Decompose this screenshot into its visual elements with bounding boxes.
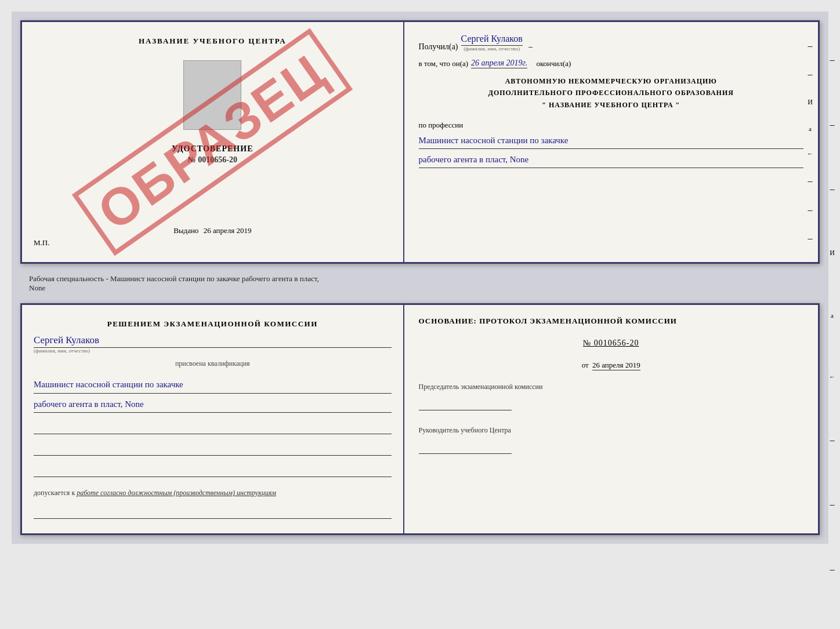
assigned-label: присвоена квалификация	[34, 359, 392, 368]
date-from-prefix: от	[582, 361, 589, 369]
mp-label: М.П.	[34, 238, 49, 248]
name-subtitle-bottom: (фамилия, имя, отчество)	[34, 348, 392, 354]
issued-label: Выдано	[173, 226, 198, 235]
bottom-right-dashes: – – – И а ← – – –	[829, 0, 835, 629]
basis-title: Основание: протокол экзаменационной коми…	[419, 317, 803, 326]
cert-number: № 0010656-20	[172, 155, 253, 165]
cert-left-panel: НАЗВАНИЕ УЧЕБНОГО ЦЕНТРА УДОСТОВЕРЕНИЕ №…	[22, 22, 404, 262]
underline-4	[34, 506, 392, 519]
qualification-block: Машинист насосной станции по закачке раб…	[34, 374, 392, 413]
head-title: Руководитель учебного Центра	[419, 426, 803, 435]
bottom-certificate: Решением экзаменационной комиссии Сергей…	[20, 303, 820, 535]
top-certificate: НАЗВАНИЕ УЧЕБНОГО ЦЕНТРА УДОСТОВЕРЕНИЕ №…	[20, 20, 820, 264]
bottom-right-panel: Основание: протокол экзаменационной коми…	[404, 305, 818, 533]
chairman-block: Председатель экзаменационной комиссии	[419, 383, 803, 410]
underline-2	[34, 443, 392, 456]
underline-3	[34, 464, 392, 477]
qual-line2: рабочего агента в пласт, None	[34, 396, 392, 413]
decision-title: Решением экзаменационной комиссии	[34, 319, 392, 329]
page-wrapper: НАЗВАНИЕ УЧЕБНОГО ЦЕНТРА УДОСТОВЕРЕНИЕ №…	[12, 12, 828, 544]
head-signature-line	[419, 439, 512, 454]
chairman-title: Председатель экзаменационной комиссии	[419, 383, 803, 391]
name-block-bottom: Сергей Кулаков (фамилия, имя, отчество)	[34, 335, 392, 354]
cert-right-panel: Получил(а) Сергей Кулаков (фамилия, имя,…	[404, 22, 818, 262]
completion-date: 26 апреля 2019г.	[471, 59, 527, 68]
допускается-text: работе согласно должностным (производств…	[77, 489, 276, 497]
date-prefix: в том, что он(а)	[419, 59, 469, 68]
separator-text: Рабочая специальность - Машинист насосно…	[20, 270, 820, 297]
profession-line2: рабочего агента в пласт, None	[419, 152, 803, 168]
photo-placeholder	[183, 60, 241, 130]
допускается-block: допускается к работе согласно должностны…	[34, 489, 392, 497]
issued-date: 26 апреля 2019	[204, 226, 252, 235]
recipient-line: Получил(а) Сергей Кулаков (фамилия, имя,…	[419, 34, 803, 52]
profession-section: по профессии Машинист насосной станции п…	[419, 118, 803, 168]
right-dashes: – – И а ← – – –	[807, 22, 813, 262]
profession-line1: Машинист насосной станции по закачке	[419, 133, 803, 149]
received-label: Получил(а)	[419, 42, 458, 52]
profession-label: по профессии	[419, 121, 803, 130]
допускается-prefix: допускается к	[34, 489, 75, 497]
qual-line1: Машинист насосной станции по закачке	[34, 376, 392, 394]
sep-line2: None	[29, 283, 45, 292]
date-line: в том, что он(а) 26 апреля 2019г. окончи…	[419, 59, 803, 68]
date-suffix: окончил(а)	[536, 59, 571, 68]
bottom-name: Сергей Кулаков	[34, 335, 392, 348]
issued-line: Выдано 26 апреля 2019	[173, 226, 251, 235]
underline-1	[34, 421, 392, 434]
cert-center-title: НАЗВАНИЕ УЧЕБНОГО ЦЕНТРА	[139, 37, 287, 46]
head-block: Руководитель учебного Центра	[419, 426, 803, 454]
bottom-left-panel: Решением экзаменационной комиссии Сергей…	[22, 305, 404, 533]
recipient-name: Сергей Кулаков	[461, 34, 523, 46]
protocol-number: № 0010656-20	[419, 339, 803, 348]
date-from-line: от 26 апреля 2019	[419, 361, 803, 370]
org-line1: АВТОНОМНУЮ НЕКОММЕРЧЕСКУЮ ОРГАНИЗАЦИЮ	[419, 75, 803, 87]
chairman-signature-line	[419, 396, 512, 410]
cert-title-label: УДОСТОВЕРЕНИЕ	[172, 144, 253, 154]
org-block: АВТОНОМНУЮ НЕКОММЕРЧЕСКУЮ ОРГАНИЗАЦИЮ ДО…	[419, 75, 803, 111]
cert-title-box: УДОСТОВЕРЕНИЕ № 0010656-20	[172, 144, 253, 165]
org-line3: " НАЗВАНИЕ УЧЕБНОГО ЦЕНТРА "	[419, 99, 803, 111]
protocol-date: 26 апреля 2019	[592, 361, 640, 370]
name-subtitle-top: (фамилия, имя, отчество)	[464, 46, 520, 52]
org-line2: ДОПОЛНИТЕЛЬНОГО ПРОФЕССИОНАЛЬНОГО ОБРАЗО…	[419, 87, 803, 99]
dash-separator: –	[528, 42, 533, 52]
sep-line1: Рабочая специальность - Машинист насосно…	[29, 274, 319, 283]
